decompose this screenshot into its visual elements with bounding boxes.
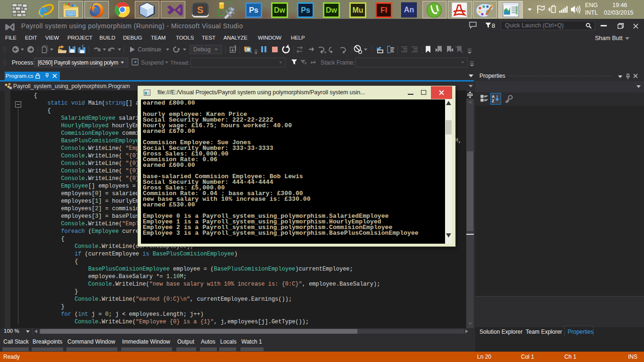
- svg-text:Stack Frame:: Stack Frame:: [321, 59, 355, 66]
- svg-text:Process:: Process:: [12, 59, 35, 66]
- svg-text:[6260] Payroll system using po: [6260] Payroll system using polym: [38, 59, 118, 66]
- svg-text:Z: Z: [492, 99, 494, 103]
- svg-text:Debug: Debug: [193, 46, 211, 53]
- svg-text:Suspend: Suspend: [141, 59, 164, 66]
- svg-text:S: S: [197, 5, 203, 15]
- svg-text:Continue: Continue: [138, 46, 161, 53]
- svg-text:Thread:: Thread:: [170, 59, 190, 66]
